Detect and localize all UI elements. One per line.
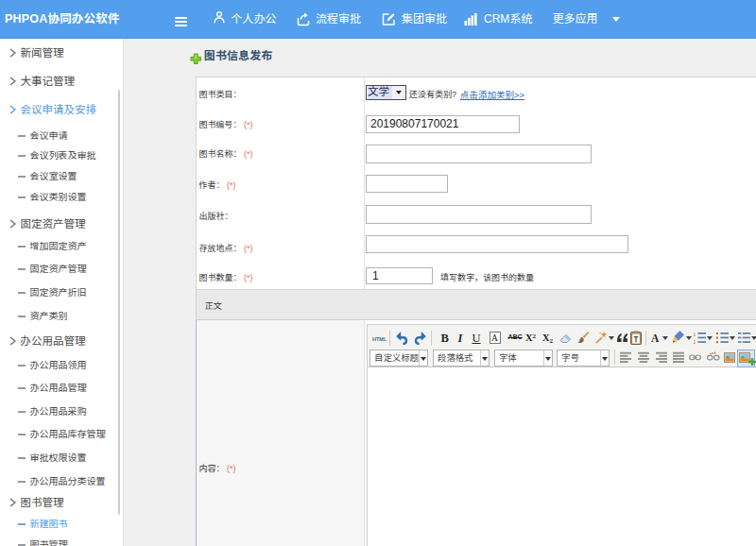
svg-text:2: 2 xyxy=(694,339,696,344)
svg-text:1: 1 xyxy=(694,332,696,337)
